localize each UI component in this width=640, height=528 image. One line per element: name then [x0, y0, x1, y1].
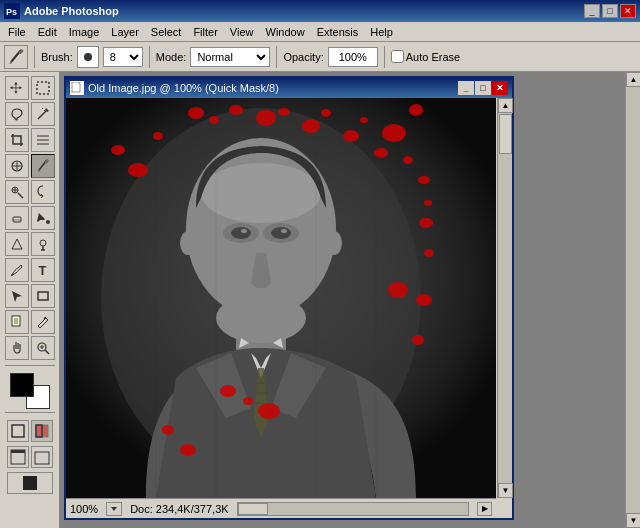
menu-image[interactable]: Image: [63, 24, 106, 40]
heal-tool[interactable]: [5, 154, 29, 178]
statusbar-arrow[interactable]: [106, 502, 122, 516]
screen-mode-buttons-2: [7, 472, 53, 494]
marquee-tool[interactable]: [31, 76, 55, 100]
svg-text:Ps: Ps: [6, 7, 17, 17]
blur-tool[interactable]: [5, 232, 29, 256]
full-screen-button[interactable]: [7, 472, 53, 494]
svg-point-56: [201, 163, 321, 223]
image-canvas[interactable]: [66, 98, 496, 498]
svg-rect-5: [37, 82, 49, 94]
menu-filter[interactable]: Filter: [187, 24, 223, 40]
eyedropper-tool[interactable]: [31, 310, 55, 334]
svg-point-58: [326, 231, 342, 255]
title-bar: Ps Adobe Photoshop _ □ ✕: [0, 0, 640, 22]
document-controls: _ □ ✕: [458, 81, 508, 95]
scroll-track-v[interactable]: [498, 113, 512, 483]
right-scroll[interactable]: ▲ ▼: [625, 72, 640, 528]
text-tool[interactable]: T: [31, 258, 55, 282]
h-scroll-thumb[interactable]: [238, 503, 268, 515]
menu-file[interactable]: File: [2, 24, 32, 40]
right-scroll-track[interactable]: [626, 87, 640, 513]
magic-wand-tool[interactable]: [31, 102, 55, 126]
svg-point-63: [241, 229, 247, 233]
svg-line-36: [45, 350, 49, 354]
eraser-tool[interactable]: [5, 206, 29, 230]
notes-tool[interactable]: [5, 310, 29, 334]
shape-tool[interactable]: [31, 284, 55, 308]
svg-point-62: [271, 227, 291, 239]
brush-size-select[interactable]: 8: [103, 47, 143, 67]
move-tool[interactable]: [5, 76, 29, 100]
scroll-up-button[interactable]: ▲: [498, 98, 513, 113]
zoom-level: 100%: [70, 503, 98, 515]
brush-preview[interactable]: [77, 46, 99, 68]
menu-select[interactable]: Select: [145, 24, 188, 40]
normal-screen-button[interactable]: [7, 446, 29, 468]
tool-row-hand: [5, 336, 55, 360]
maximize-button[interactable]: □: [602, 4, 618, 18]
menu-extensis[interactable]: Extensis: [311, 24, 365, 40]
pencil-tool[interactable]: [31, 154, 55, 178]
foreground-color-swatch[interactable]: [10, 373, 34, 397]
menu-help[interactable]: Help: [364, 24, 399, 40]
slice-tool[interactable]: [31, 128, 55, 152]
tool-row-crop: [5, 128, 55, 152]
svg-point-89: [388, 282, 408, 298]
scroll-right-button[interactable]: ▶: [477, 502, 492, 516]
svg-point-25: [40, 240, 46, 246]
full-screen-menu-button[interactable]: [31, 446, 53, 468]
dodge-tool[interactable]: [31, 232, 55, 256]
svg-point-94: [243, 397, 253, 405]
app-icon: Ps: [4, 3, 20, 19]
menu-edit[interactable]: Edit: [32, 24, 63, 40]
tool-row-2: [5, 102, 55, 126]
opacity-input[interactable]: [328, 47, 378, 67]
svg-point-65: [216, 293, 306, 343]
right-scroll-down[interactable]: ▼: [626, 513, 640, 528]
svg-point-85: [419, 218, 433, 228]
tool-separator-2: [5, 412, 55, 413]
document-icon: [70, 81, 84, 95]
pen-tool[interactable]: [5, 258, 29, 282]
doc-close-button[interactable]: ✕: [492, 81, 508, 95]
fill-tool[interactable]: [31, 206, 55, 230]
svg-point-95: [258, 403, 280, 419]
quick-mask-button[interactable]: [31, 420, 53, 442]
doc-minimize-button[interactable]: _: [458, 81, 474, 95]
menu-view[interactable]: View: [224, 24, 260, 40]
scroll-thumb-v[interactable]: [499, 114, 512, 154]
tool-row-path: [5, 284, 55, 308]
doc-maximize-button[interactable]: □: [475, 81, 491, 95]
auto-erase-checkbox[interactable]: [391, 50, 404, 63]
history-brush-tool[interactable]: [31, 180, 55, 204]
right-scroll-up[interactable]: ▲: [626, 72, 640, 87]
hand-tool[interactable]: [5, 336, 29, 360]
svg-point-74: [278, 108, 290, 116]
h-scroll-track[interactable]: [237, 502, 469, 516]
mode-select[interactable]: Normal: [190, 47, 270, 67]
zoom-tool[interactable]: [31, 336, 55, 360]
auto-erase-label: Auto Erase: [391, 50, 460, 63]
vertical-scrollbar[interactable]: ▲ ▼: [497, 98, 512, 498]
toolbox: T: [0, 72, 60, 528]
path-select-tool[interactable]: [5, 284, 29, 308]
crop-tool[interactable]: [5, 128, 29, 152]
minimize-button[interactable]: _: [584, 4, 600, 18]
tool-row-1: [5, 76, 55, 100]
menu-window[interactable]: Window: [260, 24, 311, 40]
close-button[interactable]: ✕: [620, 4, 636, 18]
tool-row-blur: [5, 232, 55, 256]
svg-point-78: [360, 117, 368, 123]
scroll-down-button[interactable]: ▼: [498, 483, 513, 498]
menu-layer[interactable]: Layer: [105, 24, 145, 40]
separator-2: [149, 46, 150, 68]
svg-point-61: [231, 227, 251, 239]
active-tool-icon: [4, 45, 28, 69]
standard-mode-button[interactable]: [7, 420, 29, 442]
svg-point-92: [153, 132, 163, 140]
options-bar: Brush: 8 Mode: Normal Opacity: Auto Eras…: [0, 42, 640, 72]
app-title: Adobe Photoshop: [24, 5, 119, 17]
svg-point-75: [302, 119, 320, 133]
lasso-tool[interactable]: [5, 102, 29, 126]
clone-stamp-tool[interactable]: [5, 180, 29, 204]
